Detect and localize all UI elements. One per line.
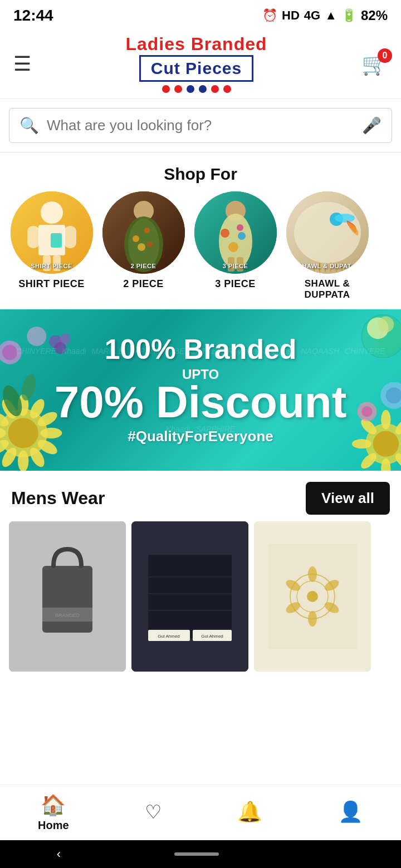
status-icons: ⏰ HD 4G ▲ 🔋 82%: [262, 8, 388, 23]
nav-home[interactable]: 🏠 Home: [27, 789, 80, 836]
battery-level: 82%: [361, 8, 388, 23]
cart-button[interactable]: 🛒 0: [361, 52, 388, 76]
mic-icon[interactable]: 🎤: [362, 116, 382, 135]
logo-line2: Cut Pieces: [151, 59, 242, 77]
svg-point-14: [138, 243, 145, 251]
svg-text:BRANDED: BRANDED: [55, 613, 80, 618]
svg-rect-4: [64, 226, 76, 248]
home-icon: 🏠: [41, 793, 66, 817]
svg-text:Gul Ahmed: Gul Ahmed: [201, 634, 223, 639]
category-circle-shawl: SHAWL & DUPAT...: [286, 191, 369, 274]
shop-for-title: Shop For: [0, 152, 401, 191]
status-time: 12:44: [13, 7, 53, 24]
menu-button[interactable]: ☰: [13, 52, 31, 76]
profile-icon: 👤: [338, 800, 363, 823]
mens-wear-header: Mens Wear View all: [0, 471, 401, 521]
nav-notifications[interactable]: 🔔: [226, 796, 273, 830]
svg-point-95: [308, 611, 317, 627]
android-nav-bar: ‹: [0, 840, 401, 868]
banner-discount: 70% Discount: [17, 382, 384, 422]
promo-banner: CHINYERE Khaadi MARIA.B SAPPHIRE BEECHTR…: [0, 309, 401, 471]
3piece-label: 3 PIECE: [215, 278, 256, 290]
product-card-1[interactable]: BRANDED: [9, 521, 126, 672]
svg-point-1: [41, 201, 63, 224]
svg-point-12: [133, 235, 139, 242]
category-circle-3piece: 3 PIECE: [194, 191, 277, 274]
svg-rect-7: [51, 233, 62, 248]
category-3piece[interactable]: 3 PIECE 3 PIECE: [189, 191, 281, 300]
svg-point-92: [308, 566, 317, 582]
2piece-overlay: 2 PIECE: [102, 263, 185, 269]
svg-point-21: [228, 242, 238, 252]
svg-point-13: [144, 228, 150, 233]
dot-5: [211, 85, 219, 93]
shirt-label: SHIRT PIECE: [18, 278, 85, 290]
svg-point-19: [221, 229, 229, 238]
svg-text:Gul Ahmed: Gul Ahmed: [158, 634, 180, 639]
dot-2: [174, 85, 182, 93]
home-label: Home: [38, 819, 69, 832]
home-pill[interactable]: [174, 852, 219, 856]
signal-icon: ▲: [325, 8, 337, 23]
shirt-overlay: SHIRT PIECE: [11, 263, 93, 269]
shop-for-section: Shop For: [0, 152, 401, 309]
search-icon: 🔍: [19, 116, 39, 135]
product-image-3: [254, 521, 371, 672]
svg-rect-76: [42, 566, 92, 633]
svg-point-98: [307, 591, 318, 602]
logo-line1: Ladies Branded: [125, 34, 267, 54]
logo: Ladies Branded Cut Pieces: [125, 34, 267, 93]
heart-icon: ♡: [145, 801, 162, 823]
view-all-button[interactable]: View all: [306, 482, 390, 515]
search-input[interactable]: [47, 117, 354, 134]
mens-wear-section: Mens Wear View all BRANDED: [0, 471, 401, 680]
mens-wear-title: Mens Wear: [11, 488, 105, 509]
cart-badge: 0: [378, 48, 392, 63]
battery-icon: 🔋: [341, 8, 356, 23]
svg-point-18: [219, 214, 252, 269]
products-row: BRANDED Gul Ahmed Gul Ahmed: [0, 521, 401, 680]
dot-6: [223, 85, 231, 93]
dot-3: [187, 85, 194, 93]
2piece-label: 2 PIECE: [123, 278, 164, 290]
back-button[interactable]: ‹: [57, 847, 61, 861]
svg-point-28: [335, 214, 355, 223]
header: ☰ Ladies Branded Cut Pieces 🛒 0: [0, 29, 401, 99]
category-shirt-piece[interactable]: SHIRT PIECE SHIRT PIECE: [6, 191, 97, 300]
svg-point-15: [147, 241, 153, 247]
product-image-1: BRANDED: [9, 521, 126, 672]
product-image-2: Gul Ahmed Gul Ahmed: [131, 521, 248, 672]
banner-branded-text: 100% Branded: [17, 336, 384, 363]
category-circle-shirt: SHIRT PIECE: [11, 191, 93, 274]
search-bar[interactable]: 🔍 🎤: [9, 108, 392, 143]
hd-indicator: HD: [282, 8, 300, 23]
network-type: 4G: [304, 8, 320, 23]
category-circle-2piece: 2 PIECE: [102, 191, 185, 274]
banner-content: 100% Branded UPTO 70% Discount #QualityF…: [17, 336, 384, 445]
dot-1: [162, 85, 170, 93]
dot-4: [199, 85, 207, 93]
status-bar: 12:44 ⏰ HD 4G ▲ 🔋 82%: [0, 0, 401, 29]
category-2piece[interactable]: 2 PIECE 2 PIECE: [97, 191, 189, 300]
nav-wishlist[interactable]: ♡: [134, 796, 173, 830]
svg-rect-3: [27, 226, 40, 248]
categories-row: SHIRT PIECE SHIRT PIECE: [0, 191, 401, 309]
product-card-3[interactable]: [254, 521, 371, 672]
banner-hashtag: #QualityForEveryone: [17, 428, 384, 445]
3piece-overlay: 3 PIECE: [194, 263, 277, 269]
nav-profile[interactable]: 👤: [327, 796, 374, 830]
bell-icon: 🔔: [237, 800, 262, 823]
svg-point-20: [238, 232, 246, 240]
logo-line2-box: Cut Pieces: [139, 55, 253, 82]
category-shawl[interactable]: SHAWL & DUPAT... SHAWL &DUPPATA: [281, 191, 373, 300]
svg-rect-80: [148, 555, 232, 638]
svg-point-22: [237, 224, 243, 231]
svg-point-26: [294, 202, 361, 263]
shawl-label: SHAWL &DUPPATA: [305, 278, 350, 300]
product-card-2[interactable]: Gul Ahmed Gul Ahmed: [131, 521, 248, 672]
bottom-nav: 🏠 Home ♡ 🔔 👤: [0, 785, 401, 840]
shawl-overlay: SHAWL & DUPAT...: [286, 263, 369, 269]
search-container: 🔍 🎤: [0, 99, 401, 152]
alarm-icon: ⏰: [262, 8, 277, 23]
logo-dots: [162, 85, 231, 93]
